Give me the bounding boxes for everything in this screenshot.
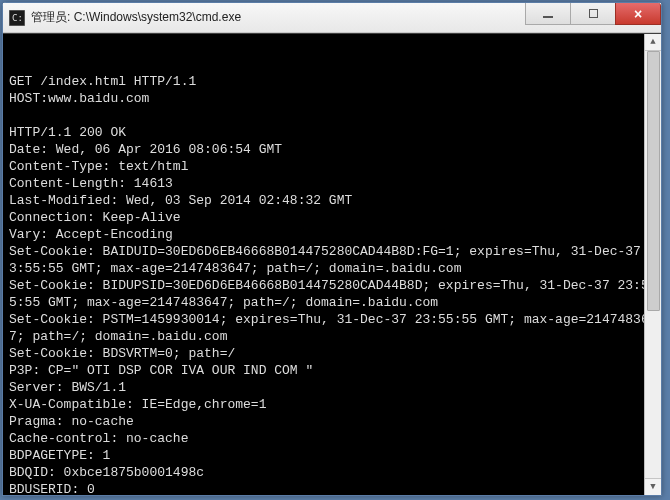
terminal-line: Set-Cookie: BDSVRTM=0; path=/ [9, 345, 657, 362]
close-button[interactable]: × [615, 3, 661, 25]
terminal-line: Set-Cookie: PSTM=1459930014; expires=Thu… [9, 311, 657, 345]
terminal-line: Vary: Accept-Encoding [9, 226, 657, 243]
window-title: 管理员: C:\Windows\system32\cmd.exe [31, 9, 241, 26]
terminal-line: Server: BWS/1.1 [9, 379, 657, 396]
cmd-window: C: 管理员: C:\Windows\system32\cmd.exe × GE… [2, 2, 662, 496]
terminal-line: Pragma: no-cache [9, 413, 657, 430]
terminal-line: BDQID: 0xbce1875b0001498c [9, 464, 657, 481]
terminal-line: BDPAGETYPE: 1 [9, 447, 657, 464]
terminal-line: HTTP/1.1 200 OK [9, 124, 657, 141]
terminal-line: X-UA-Compatible: IE=Edge,chrome=1 [9, 396, 657, 413]
terminal-line: Set-Cookie: BIDUPSID=30ED6D6EB46668B0144… [9, 277, 657, 311]
terminal-line: Content-Length: 14613 [9, 175, 657, 192]
scroll-up-icon[interactable]: ▲ [645, 34, 662, 51]
window-controls: × [526, 3, 661, 25]
terminal-line: HOST:www.baidu.com [9, 90, 657, 107]
maximize-button[interactable] [570, 3, 616, 25]
svg-text:C:: C: [12, 13, 23, 23]
terminal-line: Date: Wed, 06 Apr 2016 08:06:54 GMT [9, 141, 657, 158]
terminal-line: Last-Modified: Wed, 03 Sep 2014 02:48:32… [9, 192, 657, 209]
vertical-scrollbar[interactable]: ▲ ▼ [644, 34, 661, 495]
terminal-line: Content-Type: text/html [9, 158, 657, 175]
cmd-icon: C: [9, 10, 25, 26]
terminal-line: Set-Cookie: BAIDUID=30ED6D6EB46668B01447… [9, 243, 657, 277]
scroll-thumb[interactable] [647, 51, 660, 311]
terminal-line [9, 107, 657, 124]
titlebar[interactable]: C: 管理员: C:\Windows\system32\cmd.exe × [3, 3, 661, 33]
scroll-down-icon[interactable]: ▼ [645, 478, 662, 495]
terminal-line: Cache-control: no-cache [9, 430, 657, 447]
terminal-line: P3P: CP=" OTI DSP COR IVA OUR IND COM " [9, 362, 657, 379]
terminal-line: BDUSERID: 0 [9, 481, 657, 495]
terminal-line: GET /index.html HTTP/1.1 [9, 73, 657, 90]
minimize-button[interactable] [525, 3, 571, 25]
terminal-line: Connection: Keep-Alive [9, 209, 657, 226]
terminal-output[interactable]: GET /index.html HTTP/1.1HOST:www.baidu.c… [3, 33, 661, 495]
